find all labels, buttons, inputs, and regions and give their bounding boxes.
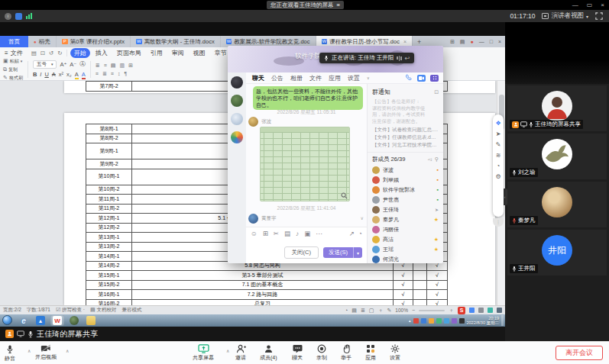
topic-cell[interactable]: 总复习 xyxy=(132,300,394,306)
week-cell[interactable]: 第15周-2 xyxy=(86,281,132,290)
view-mode-selector[interactable]: 演讲者视图 ▾ xyxy=(542,11,588,21)
outline-view-icon[interactable]: ≣ xyxy=(361,308,365,314)
taskbar-folder-icon[interactable] xyxy=(84,315,98,326)
number-list-icon[interactable]: ≡ xyxy=(104,63,107,69)
save-icon[interactable]: ▤ xyxy=(31,50,37,56)
fullscreen-icon[interactable] xyxy=(595,12,603,20)
participant-tile-presenter[interactable]: 王佳琦的屏幕共享 xyxy=(507,85,607,131)
video-options-caret[interactable]: ∧ xyxy=(66,348,69,353)
member-row[interactable]: 何清光 xyxy=(368,254,443,263)
wps-document-tab[interactable]: 稻壳 xyxy=(28,36,57,47)
ribbon-menu-item[interactable]: 引用 xyxy=(147,48,167,58)
schedule-row[interactable]: 第15周-1 第3-5 章部分测试 √ √ xyxy=(86,271,447,281)
week-cell[interactable]: 第13周-1 xyxy=(86,233,132,242)
zoom-out-icon[interactable]: − xyxy=(412,308,415,313)
timer-icon[interactable]: ◔ xyxy=(497,163,500,169)
video-call-icon[interactable] xyxy=(417,75,426,82)
wps-minimize-icon[interactable]: — xyxy=(479,39,484,44)
zoom-level[interactable]: 100% xyxy=(395,308,408,313)
ribbon-menu-item[interactable]: 审阅 xyxy=(168,48,188,58)
shared-schedule-image[interactable] xyxy=(260,127,350,201)
qq-tab[interactable]: 设置 xyxy=(348,74,360,82)
session-avatar[interactable] xyxy=(231,76,243,89)
settings-button[interactable]: 设置 xyxy=(390,344,400,362)
add-page-icon[interactable]: ＋ xyxy=(377,307,383,314)
check-cell[interactable]: √ xyxy=(427,290,447,299)
notice-expand-icon[interactable]: ⊡ xyxy=(434,89,439,95)
tab-layout-icon[interactable]: ⊞ xyxy=(450,39,455,45)
week-cell[interactable]: 第9周-2 xyxy=(86,159,132,169)
zoom-slider[interactable] xyxy=(419,310,445,311)
wps-document-tab[interactable]: 首页 xyxy=(0,36,28,47)
group-file-item[interactable]: 【文件】河北工程技术学院教学… xyxy=(372,141,439,149)
line-spacing-icon[interactable]: ↕ xyxy=(118,71,121,77)
reply-arrow-icon[interactable]: ↩ xyxy=(405,55,410,62)
empty-cell[interactable] xyxy=(413,300,427,306)
tab-split-icon[interactable]: ▤ xyxy=(460,39,465,45)
week-cell[interactable]: 第11周-2 xyxy=(86,205,132,214)
indent-icon[interactable]: ▤ xyxy=(111,63,116,69)
paragraph-mark-icon[interactable]: ¶ xyxy=(124,71,127,77)
check-cell[interactable]: √ xyxy=(427,271,447,280)
member-row[interactable]: 冯丽佳 xyxy=(368,224,443,234)
empty-cell[interactable] xyxy=(413,290,427,299)
announce-icon[interactable]: ◅ xyxy=(427,156,431,163)
taskbar-wps-icon[interactable]: W xyxy=(50,315,64,326)
overlay-more-icon[interactable] xyxy=(497,308,502,313)
bullet-list-icon[interactable]: ≣ xyxy=(96,63,100,69)
overlay-timer-icon[interactable] xyxy=(488,308,493,313)
week-cell[interactable]: 第9周-1 xyxy=(86,143,132,159)
session-avatar[interactable] xyxy=(231,113,243,125)
schedule-row[interactable]: 第16周-1 7.2 路与回路 √ √ xyxy=(86,290,447,300)
schedule-row[interactable]: 第15周-2 7.1 图的基本概念 √ √ xyxy=(86,281,447,291)
tray-icon[interactable] xyxy=(429,318,434,324)
member-row[interactable]: 王佳琦 ➤ xyxy=(368,205,443,214)
topic-cell[interactable]: 7.2 路与回路 xyxy=(132,290,394,299)
meeting-info-icon[interactable]: i xyxy=(5,13,11,20)
page-view-icon[interactable]: ▤ xyxy=(351,308,357,314)
group-file-item[interactable]: 【文件】试卷检查问题汇总.docx xyxy=(372,126,439,134)
week-cell[interactable]: 第11周-1 xyxy=(86,195,132,204)
start-button[interactable] xyxy=(2,315,12,325)
tools-settings-icon[interactable]: ⚙ xyxy=(495,173,500,180)
scissors-icon[interactable]: ✂ xyxy=(274,230,279,237)
highlight-button[interactable]: A xyxy=(75,71,79,79)
week-cell[interactable]: 第10周-1 xyxy=(86,169,132,185)
close-button[interactable]: × xyxy=(601,1,604,9)
member-row[interactable]: 王瑶 ★ xyxy=(368,244,443,254)
banner-menu-icon[interactable]: ≡ xyxy=(337,1,340,9)
ribbon-menu-item[interactable]: 视图 xyxy=(190,48,209,58)
overlay-chat-icon[interactable] xyxy=(469,308,475,313)
web-view-icon[interactable]: ▢ xyxy=(369,308,374,314)
week-cell[interactable]: 第12周-2 xyxy=(86,224,132,233)
more-tools-icon[interactable]: ⋯ xyxy=(316,230,322,237)
schedule-row[interactable]: 第16周-2 总复习 √ √ xyxy=(86,300,447,306)
font-color-button[interactable]: A xyxy=(82,71,86,79)
topic-cell[interactable]: 第3-5 章部分测试 xyxy=(132,271,394,280)
record-button[interactable]: 录制 xyxy=(316,344,327,362)
check-cell[interactable]: √ xyxy=(427,300,447,306)
undo-icon[interactable]: ↺ xyxy=(49,50,53,56)
check-cell[interactable]: √ xyxy=(394,271,413,280)
week-cell[interactable]: 第8周-1 xyxy=(86,124,132,134)
member-row[interactable]: 软件学院郭冰 ▪ xyxy=(368,185,443,195)
minimize-button[interactable]: — xyxy=(572,1,578,9)
invite-button[interactable]: 邀请 xyxy=(235,344,246,362)
group-notice-body[interactable]: 【公告】各位老师好：课程资料仅供校内教学使用，请勿外传，考试资料注意保密，谢谢配… xyxy=(368,98,443,124)
group-file-item[interactable]: 【文件】任课教师信息表.docx xyxy=(372,134,439,141)
send-button[interactable]: 发送(S) ▾ xyxy=(323,247,362,258)
voice-call-icon[interactable] xyxy=(405,74,413,82)
week-cell[interactable]: 第16周-2 xyxy=(86,300,132,306)
tray-icon[interactable] xyxy=(459,318,465,324)
align-left-icon[interactable]: ≡ xyxy=(96,71,99,77)
spellcheck-toggle[interactable]: ☑ 拼写检查 · xyxy=(56,307,85,314)
week-cell[interactable]: 第14周-2 xyxy=(86,262,132,271)
align-right-icon[interactable]: ≡ xyxy=(111,71,114,77)
copy-button[interactable]: ⧉复制 xyxy=(3,66,23,73)
week-cell[interactable]: 第16周-1 xyxy=(86,290,132,299)
subscript-button[interactable]: x₂ xyxy=(66,71,72,78)
ribbon-menu-item[interactable]: 开始 xyxy=(70,48,90,58)
file-icon[interactable]: ▤ xyxy=(284,230,290,237)
wps-bug-icon[interactable]: ● xyxy=(470,39,473,44)
check-cell[interactable]: √ xyxy=(394,290,413,299)
